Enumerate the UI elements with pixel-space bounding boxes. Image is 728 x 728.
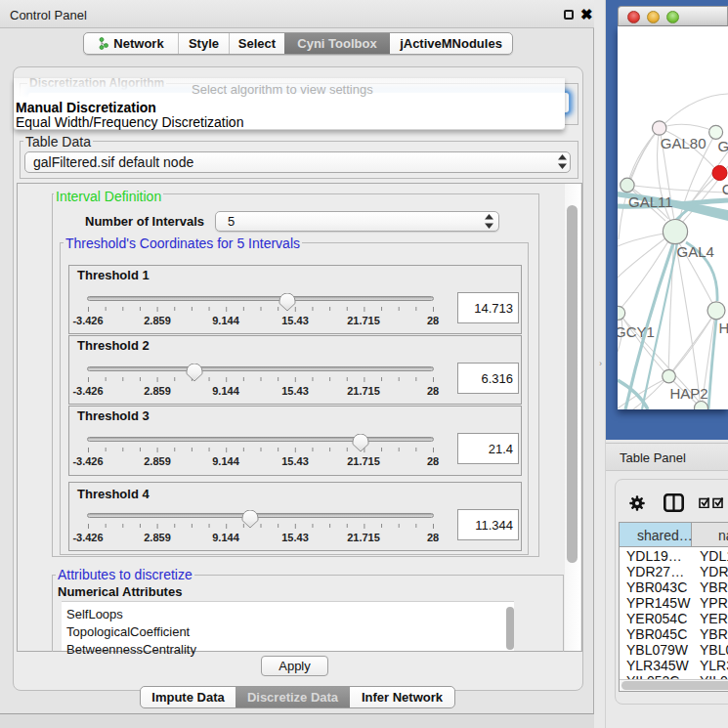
svg-text:GAL11: GAL11 bbox=[628, 193, 673, 210]
svg-text:GAL4: GAL4 bbox=[677, 243, 714, 260]
svg-text:GA: GA bbox=[717, 138, 728, 154]
svg-text:GCY1: GCY1 bbox=[618, 323, 655, 340]
svg-text:HAP2: HAP2 bbox=[669, 385, 707, 402]
svg-text:H: H bbox=[718, 320, 728, 336]
svg-text:C: C bbox=[722, 181, 728, 197]
svg-text:GAL80: GAL80 bbox=[661, 135, 707, 151]
